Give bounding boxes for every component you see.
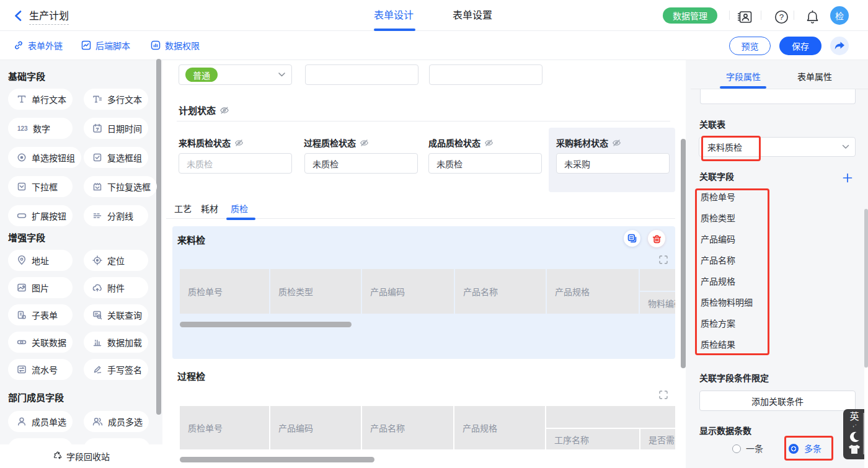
svg-text:123: 123 [17, 125, 28, 132]
svg-text:?: ? [779, 12, 784, 22]
